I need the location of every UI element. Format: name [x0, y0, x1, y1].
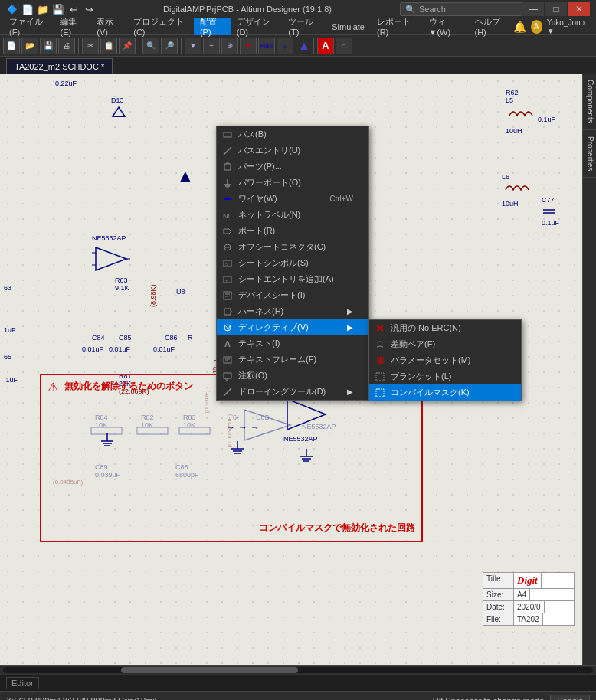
app-icon: 🔷	[6, 3, 18, 15]
comp-r62: R62 L5 10uH	[506, 89, 536, 135]
panel-tab-components[interactable]: Components	[583, 74, 596, 130]
menu-sheet-symbol[interactable]: S シートシンボル(S)	[217, 255, 368, 271]
tb-zoom-in[interactable]: 🔍	[142, 38, 159, 54]
menu-directive[interactable]: V ディレクティブ(V) ▶ ✕ 汎用の No ERC(N)	[217, 319, 368, 335]
tb-net[interactable]: Net!	[258, 38, 275, 54]
directive-submenu: ✕ 汎用の No ERC(N) 差動ペア(F) ①	[368, 319, 522, 401]
menu-project[interactable]: プロジェクト(C)	[127, 18, 194, 35]
new-icon: 📄	[21, 3, 34, 15]
menu-bus-entry[interactable]: バスエントリ(U)	[217, 142, 368, 159]
menu-harness[interactable]: ハーネス(H) ▶	[217, 303, 368, 319]
submenu-compile-mask[interactable]: コンパイルマスク(K)	[369, 384, 521, 401]
undo-icon: ↩	[67, 3, 80, 15]
horizontal-scrollbar[interactable]	[0, 665, 596, 674]
tb-save[interactable]: 💾	[40, 38, 57, 54]
scrollbar-thumb[interactable]	[121, 667, 298, 673]
compile-mask-menu-label: コンパイルマスク(K)	[391, 387, 470, 398]
menu-device-sheet[interactable]: デバイスシート(I)	[217, 287, 368, 303]
tb-paste[interactable]: 📌	[119, 38, 136, 54]
label-898k: (8.98K)	[149, 284, 157, 307]
editor-bar: Editor	[0, 674, 596, 691]
search-box[interactable]: 🔍 Search	[400, 2, 522, 16]
tb-cut[interactable]: ✂	[82, 38, 99, 54]
comp-c-top-right: 0.1uF	[538, 116, 555, 123]
submenu-no-erc[interactable]: ✕ 汎用の No ERC(N)	[369, 320, 521, 336]
menu-power-port[interactable]: パワーポート(O)	[217, 175, 368, 191]
submenu-param-set[interactable]: ① パラメータセット(M)	[369, 352, 521, 368]
menu-parts[interactable]: パーツ(P)...	[217, 159, 368, 175]
parts-icon	[221, 161, 234, 173]
schematic-canvas[interactable]: R62 L5 10uH 0.1uF L6 10uH	[0, 74, 582, 665]
menu-simulate[interactable]: Simulate	[326, 18, 371, 35]
menu-text-frame-label: テキストフレーム(F)	[238, 354, 316, 365]
no-erc-icon: ✕	[374, 322, 386, 335]
tb-add[interactable]: +	[203, 38, 220, 54]
tb-copy[interactable]: 📋	[100, 38, 117, 54]
tb-a[interactable]: A	[317, 38, 334, 54]
menu-design[interactable]: デザイン(D)	[231, 18, 283, 35]
redo-icon: ↪	[83, 3, 95, 15]
menu-sheet-entry[interactable]: + シートエントリを追加(A)	[217, 271, 368, 287]
haichi-menu-container: バス(B) バスエントリ(U) パーツ(P)...	[216, 109, 369, 384]
panels-button[interactable]: Panels	[550, 695, 590, 701]
menu-drawing-label: ドローイングツール(D)	[238, 386, 326, 397]
menu-net-label[interactable]: N! ネットラベル(N)	[217, 207, 368, 223]
statusbar: X:5650.000mil Y:3780.000mil Grid:10mil H…	[0, 691, 596, 700]
tb-zoom-out[interactable]: 🔎	[161, 38, 178, 54]
menu-port[interactable]: ポート(R)	[217, 223, 368, 239]
menu-offsheet-label: オフシートコネクタ(C)	[238, 241, 326, 253]
tb-wire[interactable]: ━	[240, 38, 257, 54]
tb-print[interactable]: 🖨	[58, 38, 75, 54]
tb-sep4	[313, 38, 314, 54]
tb-arrow-up: ▲	[298, 39, 310, 53]
tab-schdoc[interactable]: TA2022_m2.SCHDOC *	[6, 58, 113, 74]
menu-help[interactable]: ヘルプ(H)	[469, 18, 513, 35]
menu-directive-label: ディレクティブ(V)	[238, 322, 309, 333]
tb-arc[interactable]: ∩	[336, 38, 352, 54]
menu-tools[interactable]: ツール(T)	[282, 18, 326, 35]
menu-window[interactable]: ウィ▼(W)	[423, 18, 469, 35]
menu-annotation[interactable]: 注釈(O)	[217, 368, 368, 384]
tb-sep3	[181, 38, 182, 54]
svg-rect-53	[224, 373, 231, 378]
date-label: Date:	[483, 601, 514, 613]
tb-sep2	[139, 38, 139, 54]
menu-drawing[interactable]: ドローイングツール(D) ▶	[217, 384, 368, 400]
window-controls: — □ ✕	[522, 2, 590, 16]
offsheet-icon	[221, 241, 234, 254]
menu-text[interactable]: A テキスト(I)	[217, 335, 368, 352]
menu-text-frame[interactable]: テキストフレーム(F)	[217, 352, 368, 368]
menu-edit[interactable]: 編集(E)	[54, 18, 90, 35]
menu-wire[interactable]: ワイヤ(W) Ctrl+W	[217, 191, 368, 207]
val-1uf-1: 1uF	[4, 326, 16, 334]
panel-tab-properties[interactable]: Properties	[583, 130, 596, 178]
save-icon: 💾	[52, 3, 64, 15]
menu-haichi[interactable]: 配置(P)	[194, 18, 231, 35]
svg-marker-36	[224, 229, 231, 234]
menu-file[interactable]: ファイル(F)	[3, 18, 54, 35]
svg-rect-22	[137, 427, 168, 434]
minimize-button[interactable]: —	[522, 2, 544, 16]
scrollbar-track	[3, 667, 593, 673]
svg-text:+: +	[225, 278, 228, 283]
comp-65: 65	[4, 353, 11, 361]
submenu-diff-pair[interactable]: 差動ペア(F)	[369, 336, 521, 352]
text-frame-icon	[221, 354, 234, 366]
menu-view[interactable]: 表示(V)	[90, 18, 127, 35]
tb-cross[interactable]: ⊕	[221, 38, 238, 54]
tb-power[interactable]: ⏚	[277, 38, 293, 54]
tb-new[interactable]: 📄	[3, 38, 20, 54]
directive-submenu-arrow: ▶	[347, 323, 353, 332]
close-button[interactable]: ✕	[568, 2, 590, 16]
net-icon: N!	[221, 209, 234, 221]
arrow-up-blue: ▲	[176, 165, 195, 187]
val-1uf-2: .1uF	[4, 376, 18, 384]
menu-report[interactable]: レポート(R)	[371, 18, 423, 35]
menu-bus[interactable]: バス(B)	[217, 126, 368, 142]
submenu-blanket[interactable]: ブランケット(L)	[369, 368, 521, 384]
tb-open[interactable]: 📂	[21, 38, 38, 54]
tb-filter[interactable]: ▼	[185, 38, 201, 54]
menu-offsheet[interactable]: オフシートコネクタ(C)	[217, 239, 368, 255]
maximize-button[interactable]: □	[545, 2, 567, 16]
text-icon: A	[221, 338, 234, 350]
